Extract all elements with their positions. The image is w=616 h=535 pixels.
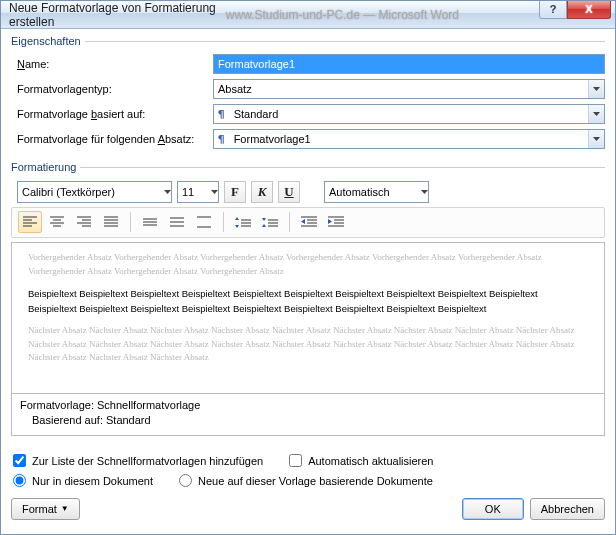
chevron-down-icon [588, 105, 604, 123]
separator [130, 212, 131, 232]
properties-group: Eigenschaften Name: Formatvorlagentyp: A… [11, 35, 605, 157]
name-label: Name: [17, 58, 213, 70]
following-label: Formatvorlage für folgenden Absatz: [17, 133, 213, 145]
font-size-combo[interactable]: 11 [177, 181, 219, 203]
line-spacing-1-button[interactable] [138, 211, 162, 233]
formatting-group: Formatierung Calibri (Textkörper) 11 F K… [11, 161, 605, 440]
style-summary: Formatvorlage: Schnellformatvorlage Basi… [11, 394, 605, 436]
space-before-increase-button[interactable] [231, 211, 255, 233]
type-label: Formatvorlagentyp: [17, 83, 213, 95]
style-summary-line1: Formatvorlage: Schnellformatvorlage [20, 398, 596, 413]
formatting-legend: Formatierung [11, 161, 80, 173]
close-button[interactable]: X [567, 1, 611, 19]
based-on-label: Formatvorlage basiert auf: [17, 108, 213, 120]
chevron-down-icon [588, 80, 604, 98]
decrease-indent-button[interactable] [297, 211, 321, 233]
align-center-button[interactable] [45, 211, 69, 233]
increase-indent-button[interactable] [324, 211, 348, 233]
paragraph-toolbar [11, 207, 605, 238]
space-before-decrease-button[interactable] [258, 211, 282, 233]
auto-update-checkbox[interactable] [289, 454, 302, 467]
help-button[interactable]: ? [539, 1, 567, 19]
preview-sample-text: Beispieltext Beispieltext Beispieltext B… [28, 286, 588, 316]
style-summary-line2: Basierend auf: Standard [20, 413, 596, 428]
window-buttons: ? X [539, 1, 615, 29]
italic-button[interactable]: K [251, 181, 273, 203]
window-subtitle: www.Studium-und-PC.de — Microsoft Word [226, 8, 459, 22]
font-name-value: Calibri (Textkörper) [18, 186, 164, 198]
format-button[interactable]: Format ▼ [11, 498, 80, 520]
chevron-down-icon [164, 190, 171, 194]
name-input[interactable] [213, 54, 605, 74]
separator [289, 212, 290, 232]
type-combo[interactable]: Absatz [213, 79, 605, 99]
font-color-value: Automatisch [325, 186, 421, 198]
line-spacing-15-button[interactable] [165, 211, 189, 233]
titlebar: Neue Formatvorlage von Formatierung erst… [1, 1, 615, 29]
line-spacing-2-button[interactable] [192, 211, 216, 233]
close-icon: X [585, 3, 592, 15]
separator [223, 212, 224, 232]
underline-button[interactable]: U [278, 181, 300, 203]
help-icon: ? [550, 3, 557, 15]
pilcrow-icon: ¶ [218, 108, 225, 121]
align-right-button[interactable] [72, 211, 96, 233]
based-on-combo[interactable]: ¶ Standard [213, 104, 605, 124]
options-area: Zur Liste der Schnellformatvorlagen hinz… [11, 444, 605, 490]
font-color-combo[interactable]: Automatisch [324, 181, 429, 203]
only-document-radio[interactable] [13, 474, 26, 487]
font-toolbar: Calibri (Textkörper) 11 F K U Automatisc… [11, 179, 605, 205]
quick-styles-checkbox[interactable] [13, 454, 26, 467]
chevron-down-icon [211, 190, 218, 194]
font-name-combo[interactable]: Calibri (Textkörper) [17, 181, 172, 203]
dialog-buttons: Format ▼ OK Abbrechen [11, 492, 605, 520]
format-button-label: Format [22, 503, 57, 515]
properties-legend: Eigenschaften [11, 35, 85, 47]
following-value: Formatvorlage1 [230, 133, 588, 145]
based-on-value: Standard [230, 108, 588, 120]
quick-styles-label[interactable]: Zur Liste der Schnellformatvorlagen hinz… [32, 455, 263, 467]
auto-update-label[interactable]: Automatisch aktualisieren [308, 455, 433, 467]
preview-previous-paragraph: Vorhergehender Absatz Vorhergehender Abs… [28, 251, 588, 278]
window-title: Neue Formatvorlage von Formatierung erst… [9, 1, 226, 29]
new-template-radio[interactable] [179, 474, 192, 487]
bold-button[interactable]: F [224, 181, 246, 203]
new-template-label[interactable]: Neue auf dieser Vorlage basierende Dokum… [198, 475, 433, 487]
preview-pane: Vorhergehender Absatz Vorhergehender Abs… [11, 242, 605, 394]
chevron-down-icon [588, 130, 604, 148]
chevron-down-icon [421, 190, 428, 194]
cancel-button[interactable]: Abbrechen [530, 498, 605, 520]
ok-button[interactable]: OK [462, 498, 524, 520]
following-combo[interactable]: ¶ Formatvorlage1 [213, 129, 605, 149]
align-left-button[interactable] [18, 211, 42, 233]
pilcrow-icon: ¶ [218, 133, 225, 146]
align-justify-button[interactable] [99, 211, 123, 233]
preview-next-paragraph: Nächster Absatz Nächster Absatz Nächster… [28, 324, 588, 365]
only-document-label[interactable]: Nur in diesem Dokument [32, 475, 153, 487]
font-size-value: 11 [178, 186, 211, 198]
chevron-down-icon: ▼ [61, 504, 69, 513]
type-value: Absatz [214, 83, 588, 95]
